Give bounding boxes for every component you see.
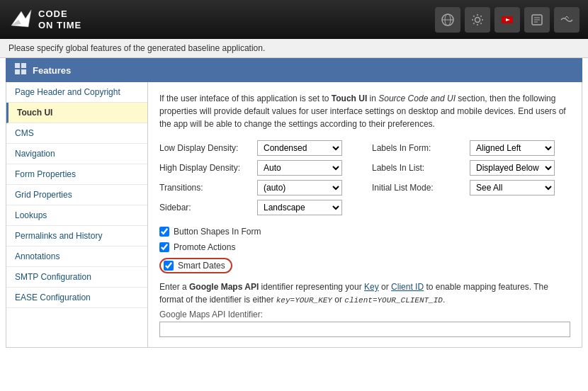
content-area: If the user inteface of this application… [148,82,582,347]
button-shapes-label: Button Shapes In Form [174,227,261,237]
handshake-btn[interactable] [554,7,579,33]
logo-bird-icon [9,6,34,33]
sidebar-select[interactable]: Landscape Portrait Auto [257,200,342,215]
transitions-select[interactable]: (auto) On Off [257,180,342,196]
youtube-btn[interactable] [494,7,520,33]
promote-actions-checkbox[interactable] [159,242,169,252]
main-container: Page Header and Copyright Touch UI CMS N… [6,82,582,348]
sidebar-item-lookups[interactable]: Lookups [6,205,147,226]
transitions-row: Transitions: (auto) On Off [159,180,358,196]
promote-actions-row: Promote Actions [159,242,570,252]
sidebar-row: Sidebar: Landscape Portrait Auto [159,200,358,215]
features-bar-title: Features [33,65,71,76]
logo-text: Code On Time [38,8,81,30]
maps-description: Enter a Google Maps API identifier repre… [159,280,570,307]
blog-btn[interactable] [524,7,550,33]
svg-rect-13 [21,63,26,68]
sidebar: Page Header and Copyright Touch UI CMS N… [6,82,148,347]
smart-dates-checkbox[interactable] [164,261,174,271]
sidebar-item-cms[interactable]: CMS [6,123,147,144]
maps-api-input[interactable] [159,322,570,337]
sidebar-field-label: Sidebar: [159,203,251,212]
sidebar-item-annotations[interactable]: Annotations [6,246,147,267]
labels-in-form-row: Labels In Form: Aligned Left Aligned Rig… [372,140,570,156]
sidebar-item-touch-ui[interactable]: Touch UI [6,103,147,123]
svg-rect-14 [15,69,20,74]
features-bar: Features [6,58,582,82]
settings-btn[interactable] [465,7,490,33]
initial-list-mode-row: Initial List Mode: See All Summary Grid [372,180,570,196]
sidebar-item-navigation[interactable]: Navigation [6,144,147,164]
svg-rect-15 [21,69,26,74]
maps-input-label: Google Maps API Identifier: [159,310,570,319]
initial-list-mode-label: Initial List Mode: [372,183,464,193]
smart-dates-label: Smart Dates [178,261,225,271]
intro-paragraph: If the user inteface of this application… [159,92,570,130]
sidebar-item-grid-properties[interactable]: Grid Properties [6,185,147,205]
social-btn-1[interactable] [435,7,460,33]
button-shapes-row: Button Shapes In Form [159,227,570,237]
labels-in-list-label: Labels In List: [372,163,464,173]
low-display-density-row: Low Display Density: Condensed Comfortab… [159,140,358,156]
sidebar-item-ease[interactable]: EASE Configuration [6,288,147,308]
initial-list-mode-select[interactable]: See All Summary Grid [470,180,555,196]
high-display-density-select[interactable]: Auto Condensed Comfortable [257,160,342,176]
labels-in-form-label: Labels In Form: [372,143,464,153]
low-display-density-select[interactable]: Condensed Comfortable Spacious [257,140,342,156]
logo-area: Code On Time [9,6,81,33]
labels-in-form-select[interactable]: Aligned Left Aligned Right Above [470,140,555,156]
labels-in-list-select[interactable]: Displayed Below Above Left [470,160,555,176]
smart-dates-row: Smart Dates [159,258,570,273]
smart-dates-circle: Smart Dates [159,258,232,273]
high-display-density-row: High Display Density: Auto Condensed Com… [159,160,358,176]
client-id-link[interactable]: Client ID [391,282,424,292]
sidebar-item-form-properties[interactable]: Form Properties [6,164,147,185]
promote-actions-label: Promote Actions [174,242,235,252]
labels-in-list-row: Labels In List: Displayed Below Above Le… [372,160,570,176]
svg-rect-12 [15,63,20,68]
google-maps-section: Enter a Google Maps API identifier repre… [159,280,570,337]
svg-point-5 [475,17,480,22]
sub-header: Please specify global features of the ge… [0,39,588,58]
transitions-label: Transitions: [159,183,251,193]
low-display-density-label: Low Display Density: [159,143,251,153]
left-form-column: Low Display Density: Condensed Comfortab… [159,140,358,220]
sidebar-item-smtp[interactable]: SMTP Configuration [6,267,147,288]
button-shapes-checkbox[interactable] [159,227,169,237]
header-icons [435,7,579,33]
high-display-density-label: High Display Density: [159,163,251,173]
sidebar-item-permalinks[interactable]: Permalinks and History [6,226,147,246]
key-link[interactable]: Key [364,282,379,292]
sub-header-text: Please specify global features of the ge… [9,43,265,53]
right-form-column: Labels In Form: Aligned Left Aligned Rig… [372,140,570,220]
app-header: Code On Time [0,0,588,39]
features-bar-icon [14,62,27,78]
sidebar-item-page-header[interactable]: Page Header and Copyright [6,82,147,103]
